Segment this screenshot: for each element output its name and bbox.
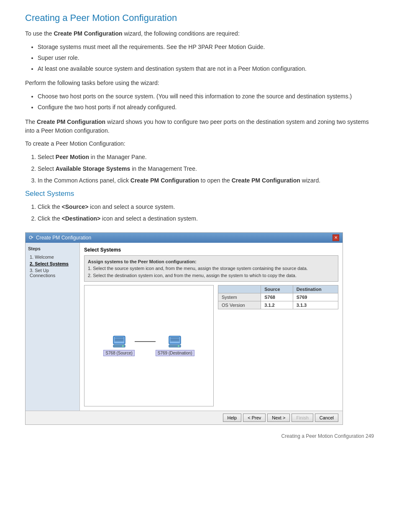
- step-setup-connections[interactable]: 3. Set Up Connections: [28, 267, 77, 279]
- dialog-section-label: Select Systems: [84, 247, 338, 253]
- table-cell-system-dest: S769: [293, 293, 338, 301]
- section1-steps: Click the <Source> icon and select a sou…: [38, 202, 374, 224]
- table-header-empty: [218, 285, 261, 293]
- step1-bold: Peer Motion: [56, 154, 89, 160]
- dialog-titlebar-left: ⟳ Create PM Configuration: [29, 234, 91, 241]
- source-label: S768 (Source): [103, 350, 134, 356]
- svg-point-6: [122, 345, 124, 347]
- assign-line2: 2. Select the destination system icon, a…: [88, 273, 297, 278]
- system-info-table: Source Destination System S768 S769: [218, 285, 338, 309]
- svg-point-13: [178, 345, 179, 347]
- create-step-2: Select Available Storage Systems in the …: [38, 164, 374, 174]
- prev-button[interactable]: < Prev: [243, 414, 266, 422]
- step2-bold: Available Storage Systems: [56, 165, 130, 172]
- steps-panel-header: Steps: [28, 246, 77, 251]
- step3-bold1: Create PM Configuration: [130, 177, 199, 184]
- dest-server-svg: [167, 335, 182, 349]
- assign-title: Assign systems to the Peer Motion config…: [88, 259, 197, 264]
- bullet-item: At least one available source system and…: [38, 64, 374, 74]
- source-system-icon[interactable]: S768 (Source): [103, 335, 134, 356]
- dialog-body: Steps 1. Welcome 2. Select Systems 3. Se…: [26, 243, 343, 411]
- assign-instructions-box: Assign systems to the Peer Motion config…: [84, 255, 338, 282]
- dialog-content-area: S768 (Source): [84, 285, 338, 406]
- dialog-title: Create PM Configuration: [36, 235, 91, 241]
- svg-rect-3: [115, 339, 123, 340]
- finish-button[interactable]: Finish: [292, 414, 313, 422]
- section1-title: Select Systems: [25, 190, 374, 198]
- dest-bold: <Destination>: [62, 215, 101, 222]
- systems-connector: [135, 341, 156, 342]
- intro-bold2: Create PM Configuration: [37, 118, 105, 125]
- intro-para4: To create a Peer Motion Configuration:: [25, 139, 374, 148]
- bullet-item: Choose two host ports on the source syst…: [38, 92, 374, 102]
- bullet-item: Super user role.: [38, 53, 374, 63]
- intro-bold1: Create PM Configuration: [54, 30, 123, 37]
- next-button[interactable]: Next >: [267, 414, 290, 422]
- intro-para3: The Create PM Configuration wizard shows…: [25, 118, 374, 135]
- intro-bullets2: Choose two host ports on the source syst…: [38, 92, 374, 113]
- bullet-item: Storage systems must meet all the requir…: [38, 42, 374, 52]
- dialog-footer: Help < Prev Next > Finish Cancel: [26, 411, 343, 424]
- source-server-svg: [112, 335, 127, 349]
- page-title: Creating a Peer Motion Configuration: [25, 13, 374, 23]
- create-steps: Select Peer Motion in the Manager Pane. …: [38, 152, 374, 185]
- dialog-close-button[interactable]: ✕: [332, 234, 339, 241]
- step-select-systems[interactable]: 2. Select Systems: [28, 260, 77, 267]
- bullet-item: Configure the two host ports if not alre…: [38, 103, 374, 113]
- svg-rect-4: [115, 341, 123, 342]
- table-cell-osversion-source: 3.1.2: [261, 301, 293, 309]
- svg-rect-11: [171, 341, 179, 342]
- diagram-inner: S768 (Source): [103, 335, 194, 356]
- steps-panel: Steps 1. Welcome 2. Select Systems 3. Se…: [26, 243, 80, 411]
- create-step-3: In the Common Actions panel, click Creat…: [38, 176, 374, 186]
- create-pm-dialog: ⟳ Create PM Configuration ✕ Steps 1. Wel…: [25, 232, 343, 425]
- dialog-refresh-icon: ⟳: [29, 234, 33, 241]
- page-footer: Creating a Peer Motion Configuration 249: [25, 433, 374, 439]
- system-info-table-area: Source Destination System S768 S769: [218, 285, 338, 406]
- destination-system-icon[interactable]: S769 (Destination): [156, 335, 194, 356]
- create-step-1: Select Peer Motion in the Manager Pane.: [38, 152, 374, 162]
- svg-rect-9: [171, 338, 179, 339]
- svg-rect-2: [115, 338, 123, 339]
- step-welcome[interactable]: 1. Welcome: [28, 254, 77, 260]
- table-cell-osversion-dest: 3.1.3: [293, 301, 338, 309]
- intro-bullets1: Storage systems must meet all the requir…: [38, 42, 374, 74]
- systems-diagram: S768 (Source): [84, 285, 214, 406]
- table-header-source: Source: [261, 285, 293, 293]
- table-row-osversion: OS Version 3.1.2 3.1.3: [218, 301, 338, 309]
- table-row-system: System S768 S769: [218, 293, 338, 301]
- table-cell-system-source: S768: [261, 293, 293, 301]
- intro-para1-end: wizard, the following conditions are req…: [124, 30, 240, 37]
- step3-bold2: Create PM Configuration: [232, 177, 300, 184]
- intro-para2: Perform the following tasks before using…: [25, 79, 374, 87]
- section1-step-1: Click the <Source> icon and select a sou…: [38, 202, 374, 212]
- intro-para1: To use the Create PM Configuration wizar…: [25, 29, 374, 38]
- source-bold: <Source>: [62, 203, 89, 210]
- cancel-button[interactable]: Cancel: [315, 414, 338, 422]
- table-cell-system-label: System: [218, 293, 261, 301]
- svg-rect-10: [171, 339, 179, 340]
- table-cell-osversion-label: OS Version: [218, 301, 261, 309]
- destination-label: S769 (Destination): [156, 350, 194, 356]
- dialog-titlebar: ⟳ Create PM Configuration ✕: [26, 233, 343, 243]
- help-button[interactable]: Help: [223, 414, 242, 422]
- assign-line1: 1. Select the source system icon and, fr…: [88, 266, 308, 271]
- table-header-destination: Destination: [293, 285, 338, 293]
- dialog-main-panel: Select Systems Assign systems to the Pee…: [80, 243, 343, 411]
- section1-step-2: Click the <Destination> icon and select …: [38, 214, 374, 224]
